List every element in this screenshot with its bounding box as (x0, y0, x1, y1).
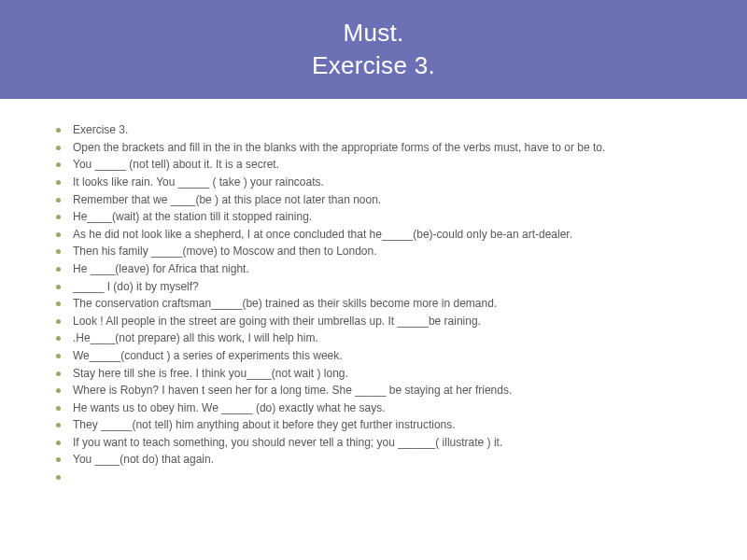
list-item: He wants us to obey him. We _____ (do) e… (56, 399, 710, 417)
list-item: Open the brackets and fill in the in the… (56, 139, 710, 157)
list-item: He____(wait) at the station till it stop… (56, 208, 710, 226)
list-item: He ____(leave) for Africa that night. (56, 260, 710, 278)
list-item: Then his family _____(move) to Moscow an… (56, 243, 710, 260)
list-item: If you want to teach something, you shou… (56, 434, 710, 452)
slide-header: Must. Exercise 3. (0, 0, 747, 99)
list-item: You ____(not do) that again. (56, 451, 710, 469)
list-item: Remember that we ____(be ) at this place… (56, 191, 710, 209)
list-item: Stay here till she is free. I think you_… (56, 365, 710, 383)
header-line1: Must. (0, 17, 747, 49)
list-item: The conservation craftsman_____(be) trai… (56, 295, 710, 313)
list-item: Look ! All people in the street are goin… (56, 313, 710, 330)
list-item: As he did not look like a shepherd, I at… (56, 226, 710, 244)
list-item: You _____ (not tell) about it. It is a s… (56, 156, 710, 174)
list-item: They _____(not tell) him anything about … (56, 416, 710, 434)
list-item: .He____(not prepare) all this work, I wi… (56, 329, 710, 347)
exercise-list: Exercise 3. Open the brackets and fill i… (56, 121, 710, 469)
list-item: We_____(conduct ) a series of experiment… (56, 347, 710, 365)
header-line2: Exercise 3. (0, 49, 747, 82)
slide-content: Exercise 3. Open the brackets and fill i… (0, 99, 747, 469)
list-item: Exercise 3. (56, 121, 710, 139)
list-item: It looks like rain. You _____ ( take ) y… (56, 174, 710, 191)
list-item: _____ I (do) it by myself? (56, 278, 710, 296)
list-item: Where is Robyn? I haven t seen her for a… (56, 382, 710, 399)
